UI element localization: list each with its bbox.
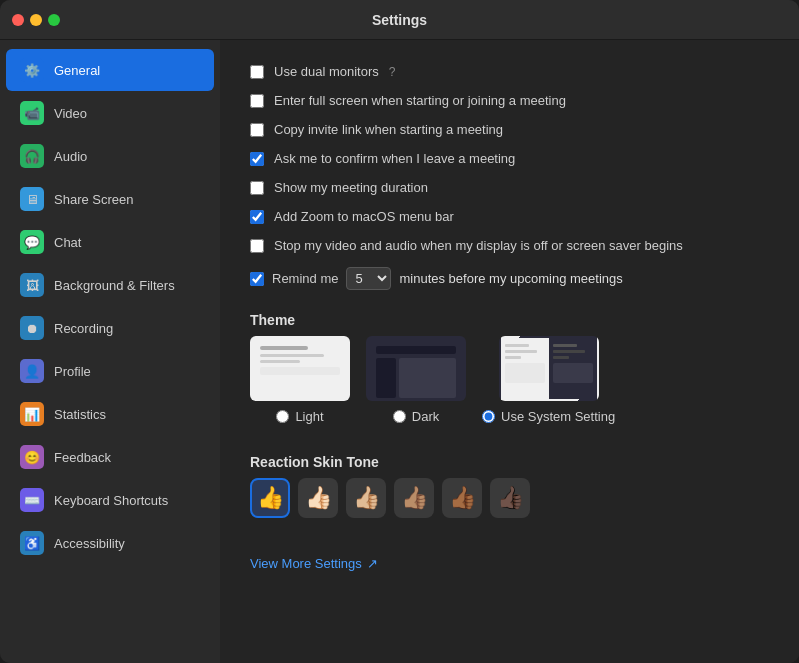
view-more-settings-link[interactable]: View More Settings ↗	[250, 556, 769, 571]
main-content: ⚙️ General 📹 Video 🎧 Audio 🖥 Share Scree…	[0, 40, 799, 663]
copy-invite-checkbox[interactable]	[250, 123, 264, 137]
sidebar-item-keyboard[interactable]: ⌨️ Keyboard Shortcuts	[6, 479, 214, 521]
sidebar-label-bgfilters: Background & Filters	[54, 278, 175, 293]
add-zoom-menu-checkbox[interactable]	[250, 210, 264, 224]
confirm-leave-checkbox[interactable]	[250, 152, 264, 166]
add-zoom-menu-label[interactable]: Add Zoom to macOS menu bar	[274, 209, 454, 224]
sidebar-item-statistics[interactable]: 📊 Statistics	[6, 393, 214, 435]
theme-radio-dark[interactable]	[393, 410, 406, 423]
keyboard-icon: ⌨️	[20, 488, 44, 512]
confirm-leave-row: Ask me to confirm when I leave a meeting	[250, 151, 769, 166]
sidebar-label-video: Video	[54, 106, 87, 121]
titlebar: Settings	[0, 0, 799, 40]
fullscreen-checkbox[interactable]	[250, 94, 264, 108]
sidebar-label-keyboard: Keyboard Shortcuts	[54, 493, 168, 508]
copy-invite-row: Copy invite link when starting a meeting	[250, 122, 769, 137]
bgfilters-icon: 🖼	[20, 273, 44, 297]
skin-tone-3[interactable]: 👍🏽	[394, 478, 434, 518]
traffic-lights	[12, 14, 60, 26]
theme-label-system[interactable]: Use System Setting	[501, 409, 615, 424]
theme-section: Theme	[250, 304, 769, 424]
skin-tone-title: Reaction Skin Tone	[250, 454, 769, 470]
show-duration-checkbox[interactable]	[250, 181, 264, 195]
theme-option-dark[interactable]: Dark	[366, 336, 466, 424]
dark-preview	[366, 336, 466, 401]
audio-icon: 🎧	[20, 144, 44, 168]
theme-title: Theme	[250, 312, 769, 328]
sidebar-item-sharescreen[interactable]: 🖥 Share Screen	[6, 178, 214, 220]
sidebar-item-profile[interactable]: 👤 Profile	[6, 350, 214, 392]
theme-radio-system-row: Use System Setting	[482, 409, 615, 424]
confirm-leave-label[interactable]: Ask me to confirm when I leave a meeting	[274, 151, 515, 166]
sidebar-label-accessibility: Accessibility	[54, 536, 125, 551]
sidebar-item-recording[interactable]: ⏺ Recording	[6, 307, 214, 349]
dual-monitors-label[interactable]: Use dual monitors	[274, 64, 379, 79]
theme-option-system[interactable]: Use System Setting	[482, 336, 615, 424]
theme-radio-dark-row: Dark	[393, 409, 439, 424]
maximize-button[interactable]	[48, 14, 60, 26]
view-more-text: View More Settings	[250, 556, 362, 571]
chat-icon: 💬	[20, 230, 44, 254]
stop-video-audio-row: Stop my video and audio when my display …	[250, 238, 769, 253]
theme-label-light[interactable]: Light	[295, 409, 323, 424]
accessibility-icon: ♿	[20, 531, 44, 555]
close-button[interactable]	[12, 14, 24, 26]
sidebar: ⚙️ General 📹 Video 🎧 Audio 🖥 Share Scree…	[0, 40, 220, 663]
window-title: Settings	[372, 12, 427, 28]
light-preview	[250, 336, 350, 401]
sidebar-label-recording: Recording	[54, 321, 113, 336]
sidebar-label-chat: Chat	[54, 235, 81, 250]
minimize-button[interactable]	[30, 14, 42, 26]
profile-icon: 👤	[20, 359, 44, 383]
sidebar-label-statistics: Statistics	[54, 407, 106, 422]
stop-video-audio-checkbox[interactable]	[250, 239, 264, 253]
system-preview	[499, 336, 599, 401]
sidebar-item-chat[interactable]: 💬 Chat	[6, 221, 214, 263]
remind-label-prefix[interactable]: Remind me	[272, 271, 338, 286]
remind-checkbox[interactable]	[250, 272, 264, 286]
settings-panel: Use dual monitors ? Enter full screen wh…	[220, 40, 799, 663]
fullscreen-label[interactable]: Enter full screen when starting or joini…	[274, 93, 566, 108]
theme-option-light[interactable]: Light	[250, 336, 350, 424]
stop-video-audio-label[interactable]: Stop my video and audio when my display …	[274, 238, 683, 253]
theme-radio-system[interactable]	[482, 410, 495, 423]
sidebar-label-profile: Profile	[54, 364, 91, 379]
sidebar-item-general[interactable]: ⚙️ General	[6, 49, 214, 91]
sidebar-item-video[interactable]: 📹 Video	[6, 92, 214, 134]
remind-row: Remind me 5 10 15 20 minutes before my u…	[250, 267, 769, 290]
general-settings: Use dual monitors ? Enter full screen wh…	[250, 64, 769, 571]
general-icon: ⚙️	[20, 58, 44, 82]
settings-window: Settings ⚙️ General 📹 Video 🎧 Audio 🖥 S	[0, 0, 799, 663]
skin-tones-grid: 👍 👍🏻 👍🏼 👍🏽 👍🏾 👍🏿	[250, 478, 769, 518]
sidebar-item-accessibility[interactable]: ♿ Accessibility	[6, 522, 214, 564]
sharescreen-icon: 🖥	[20, 187, 44, 211]
fullscreen-row: Enter full screen when starting or joini…	[250, 93, 769, 108]
sidebar-label-feedback: Feedback	[54, 450, 111, 465]
recording-icon: ⏺	[20, 316, 44, 340]
theme-label-dark[interactable]: Dark	[412, 409, 439, 424]
add-zoom-menu-row: Add Zoom to macOS menu bar	[250, 209, 769, 224]
video-icon: 📹	[20, 101, 44, 125]
theme-radio-light-row: Light	[276, 409, 323, 424]
show-duration-label[interactable]: Show my meeting duration	[274, 180, 428, 195]
dual-monitors-row: Use dual monitors ?	[250, 64, 769, 79]
dual-monitors-checkbox[interactable]	[250, 65, 264, 79]
skin-tone-4[interactable]: 👍🏾	[442, 478, 482, 518]
statistics-icon: 📊	[20, 402, 44, 426]
theme-grid: Light	[250, 336, 769, 424]
sidebar-item-audio[interactable]: 🎧 Audio	[6, 135, 214, 177]
sidebar-label-general: General	[54, 63, 100, 78]
sidebar-item-bgfilters[interactable]: 🖼 Background & Filters	[6, 264, 214, 306]
sidebar-label-audio: Audio	[54, 149, 87, 164]
copy-invite-label[interactable]: Copy invite link when starting a meeting	[274, 122, 503, 137]
theme-radio-light[interactable]	[276, 410, 289, 423]
skin-tone-1[interactable]: 👍🏻	[298, 478, 338, 518]
sidebar-item-feedback[interactable]: 😊 Feedback	[6, 436, 214, 478]
skin-tone-2[interactable]: 👍🏼	[346, 478, 386, 518]
remind-label-suffix: minutes before my upcoming meetings	[399, 271, 622, 286]
skin-tone-5[interactable]: 👍🏿	[490, 478, 530, 518]
remind-minutes-select[interactable]: 5 10 15 20	[346, 267, 391, 290]
skin-tone-0[interactable]: 👍	[250, 478, 290, 518]
show-duration-row: Show my meeting duration	[250, 180, 769, 195]
dual-monitors-help-icon[interactable]: ?	[389, 65, 396, 79]
